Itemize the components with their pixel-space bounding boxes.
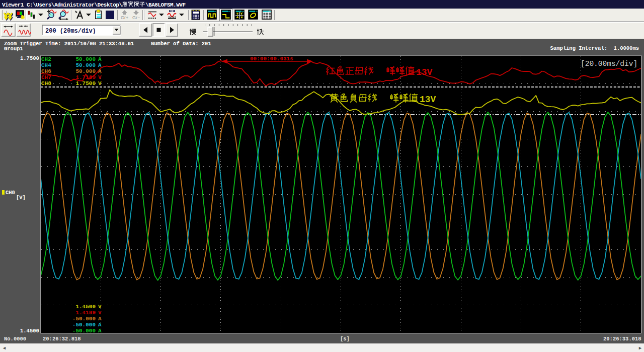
- svg-text:\BA8LOFSM.WVF: \BA8LOFSM.WVF: [145, 2, 186, 8]
- svg-text:A: A: [98, 316, 102, 322]
- svg-text:A: A: [98, 56, 102, 62]
- svg-text:CH2: CH2: [41, 56, 51, 62]
- svg-text:Gr+: Gr+: [121, 15, 128, 20]
- svg-text:-50.000: -50.000: [72, 316, 96, 322]
- svg-text:200 (20ms/div): 200 (20ms/div): [45, 28, 96, 35]
- svg-text:A: A: [98, 322, 102, 328]
- svg-text:-50.000: -50.000: [72, 328, 96, 333]
- svg-text:1.7500: 1.7500: [75, 80, 96, 86]
- svg-text:A: A: [98, 62, 102, 68]
- svg-text:13V: 13V: [420, 95, 436, 105]
- svg-text:50.000: 50.000: [75, 56, 96, 62]
- svg-text:[20.00ms/div]: [20.00ms/div]: [581, 60, 637, 68]
- svg-text:Viewer1 C:\Users\Administrator: Viewer1 C:\Users\Administrator\Desktop\: [2, 2, 122, 8]
- svg-text:V: V: [98, 74, 102, 80]
- svg-text:CH8: CH8: [41, 80, 51, 86]
- svg-text:V: V: [98, 80, 102, 86]
- svg-text:V: V: [98, 304, 102, 310]
- svg-text:50.000: 50.000: [75, 68, 96, 74]
- svg-text:13V: 13V: [416, 67, 433, 77]
- svg-text:CH7: CH7: [41, 74, 51, 80]
- svg-text:CH6: CH6: [41, 68, 51, 74]
- svg-text:Gr−: Gr−: [132, 15, 140, 20]
- svg-text:A: A: [98, 68, 102, 74]
- svg-text:CH4: CH4: [41, 62, 51, 68]
- svg-text:-50.000: -50.000: [72, 322, 96, 328]
- svg-text:1.4189: 1.4189: [75, 310, 96, 316]
- svg-text:00:00:00.031s: 00:00:00.031s: [250, 56, 293, 62]
- svg-text:A: A: [98, 328, 102, 333]
- svg-text:1.7189: 1.7189: [75, 74, 96, 80]
- svg-text:1.4500: 1.4500: [75, 304, 96, 310]
- svg-text:V: V: [98, 310, 102, 316]
- svg-text:50.000: 50.000: [75, 62, 96, 68]
